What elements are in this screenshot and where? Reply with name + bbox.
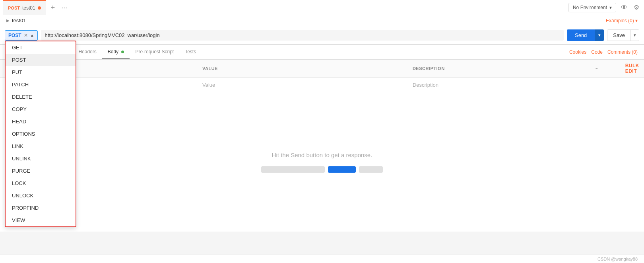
save-button[interactable]: Save (607, 30, 630, 41)
send-button[interactable]: Send (567, 29, 595, 41)
body-dot (121, 51, 124, 53)
method-option-put[interactable]: PUT (6, 66, 76, 78)
top-right-controls: No Environment ▾ 👁 ⚙ (568, 2, 641, 13)
bulk-edit-button[interactable]: Bulk Edit (625, 63, 639, 74)
method-option-options[interactable]: OPTIONS (6, 128, 76, 140)
cookies-link[interactable]: Cookies (569, 49, 586, 55)
col-value-header: VALUE (198, 60, 408, 78)
expand-chevron: ▶ (6, 18, 10, 23)
url-bar-container: POST ✕ ▲ GET POST PUT PATCH DELETE COPY … (0, 26, 644, 45)
method-dropdown-menu: GET POST PUT PATCH DELETE COPY HEAD OPTI… (5, 41, 76, 227)
more-options-icon[interactable]: ··· (594, 66, 599, 71)
row-desc-cell[interactable]: Description (408, 78, 590, 92)
method-x-button[interactable]: ✕ (23, 33, 29, 38)
method-option-unlock[interactable]: UNLOCK (6, 189, 76, 202)
tab-name-label: test01 (22, 5, 35, 11)
tab-right-links: Cookies Code Comments (0) (569, 49, 638, 55)
eye-icon[interactable]: 👁 (619, 2, 629, 13)
tab-actions: + ··· (48, 2, 71, 13)
tab-headers[interactable]: Headers (73, 45, 102, 59)
request-name: test01 (12, 18, 26, 23)
method-option-copy[interactable]: COPY (6, 103, 76, 115)
url-input[interactable] (41, 30, 564, 41)
send-button-group: Send ▾ (567, 29, 604, 41)
response-visual (261, 166, 383, 173)
row-actions-cell (590, 78, 621, 92)
method-option-propfind[interactable]: PROPFIND (6, 202, 76, 214)
tab-pre-request[interactable]: Pre-request Script (130, 45, 179, 59)
row-extra-cell (621, 78, 644, 92)
env-label: No Environment (573, 5, 607, 10)
response-area: Hit the Send button to get a response. (0, 92, 644, 232)
new-tab-button[interactable]: + (48, 2, 58, 13)
request-name-bar: ▶ test01 Examples (0) ▾ (0, 15, 644, 26)
main-content: Params Authorization Headers Body Pre-re… (0, 45, 644, 232)
request-tabs: Params Authorization Headers Body Pre-re… (0, 45, 644, 60)
method-option-lock[interactable]: LOCK (6, 177, 76, 189)
method-option-patch[interactable]: PATCH (6, 78, 76, 91)
method-option-purge[interactable]: PURGE (6, 165, 76, 177)
response-placeholder: Hit the Send button to get a response. (272, 152, 372, 158)
method-option-link[interactable]: LINK (6, 140, 76, 152)
table-row: Value Description (0, 78, 644, 92)
send-dropdown-arrow[interactable]: ▾ (595, 29, 604, 41)
row-value-cell[interactable]: Value (198, 78, 408, 92)
method-dropdown-button[interactable]: POST ✕ ▲ (5, 30, 38, 41)
vis-bar-gray2 (359, 166, 383, 173)
method-option-get[interactable]: GET (6, 41, 76, 54)
save-button-group: Save ▾ (607, 29, 639, 41)
tab-method-label: POST (8, 6, 20, 10)
method-option-unlink[interactable]: UNLINK (6, 152, 76, 165)
params-table: KEY VALUE DESCRIPTION ··· Bulk Edit Valu… (0, 60, 644, 92)
method-option-head[interactable]: HEAD (6, 115, 76, 128)
environment-selector[interactable]: No Environment ▾ (568, 3, 616, 12)
gear-icon[interactable]: ⚙ (632, 2, 641, 13)
col-actions-header: ··· (590, 60, 621, 78)
vis-bar-gray1 (261, 166, 325, 173)
tab-bar: POST test01 + ··· No Environment ▾ 👁 ⚙ (0, 0, 644, 15)
examples-link[interactable]: Examples (0) ▾ (606, 18, 638, 23)
env-dropdown-arrow: ▾ (609, 5, 612, 10)
vis-bar-blue (328, 166, 356, 173)
method-text: POST (8, 33, 21, 38)
method-caret: ▲ (30, 33, 34, 37)
tab-tests[interactable]: Tests (179, 45, 202, 59)
bulk-edit-header: Bulk Edit (621, 60, 644, 78)
tab-more-button[interactable]: ··· (58, 2, 70, 13)
tab-body[interactable]: Body (102, 45, 130, 59)
code-link[interactable]: Code (591, 49, 603, 55)
comments-link[interactable]: Comments (0) (607, 49, 638, 55)
method-option-delete[interactable]: DELETE (6, 91, 76, 103)
save-dropdown-arrow[interactable]: ▾ (630, 30, 639, 41)
url-bar-wrapper: POST ✕ ▲ GET POST PUT PATCH DELETE COPY … (5, 30, 38, 41)
method-option-view[interactable]: VIEW (6, 214, 76, 226)
tab-test01[interactable]: POST test01 (3, 0, 46, 15)
col-desc-header: DESCRIPTION (408, 60, 590, 78)
tab-dirty-dot (38, 6, 41, 10)
method-option-post[interactable]: POST (6, 54, 76, 66)
